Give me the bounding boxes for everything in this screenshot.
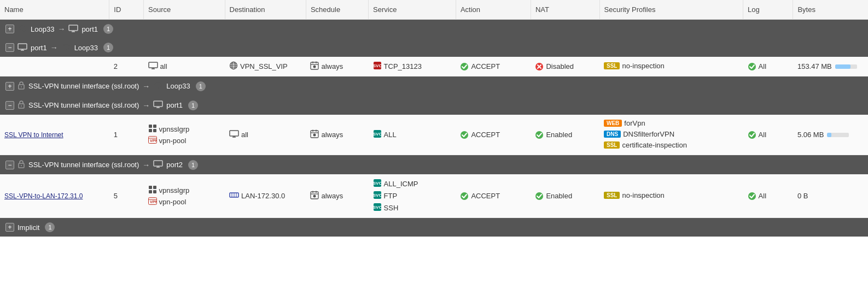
- schedule-cell: always: [306, 115, 368, 155]
- section-header: + SSL-VPN tunnel interface (ssl.root) → …: [0, 76, 868, 96]
- svg-point-29: [21, 105, 22, 107]
- col-header-nat: NAT: [531, 0, 599, 20]
- expand-icon[interactable]: +: [5, 82, 14, 91]
- section-src-label: port1: [31, 44, 47, 52]
- src-interface-icon: [18, 81, 25, 91]
- security-profile-label: forVpn: [624, 119, 645, 127]
- schedule-icon: [310, 61, 319, 72]
- arrow-icon: →: [142, 161, 150, 169]
- nat-status: Enabled: [535, 192, 595, 200]
- policy-name[interactable]: SSL VPN to Internet: [4, 131, 63, 139]
- bytes-value: 5.06 MB: [797, 131, 824, 139]
- col-header-id: ID: [109, 0, 144, 20]
- section-count-badge: 1: [103, 43, 113, 52]
- destination-cell: LAN-172.30.0: [225, 174, 306, 218]
- implicit-expand-icon[interactable]: +: [5, 223, 14, 232]
- source-label: vpn-pool: [159, 137, 187, 145]
- svg-rect-36: [153, 129, 156, 132]
- svg-text:VPN: VPN: [150, 139, 157, 143]
- log-cell: All: [743, 115, 793, 155]
- bytes-cell: 5.06 MB: [797, 131, 864, 139]
- col-header-action: Action: [456, 0, 531, 20]
- nat-cell: Disabled: [531, 57, 599, 76]
- nat-label: Enabled: [546, 192, 572, 200]
- dest-interface-icon: [153, 160, 163, 169]
- expand-icon[interactable]: −: [5, 101, 14, 110]
- schedule-icon: [310, 191, 319, 201]
- bytes-bar-fill: [827, 133, 831, 137]
- service-icon: SVC: [373, 129, 382, 140]
- nat-cell: Enabled: [531, 174, 599, 218]
- section-count-badge: 1: [188, 160, 198, 170]
- svg-rect-34: [153, 125, 156, 128]
- action-cell: ACCEPT: [456, 174, 531, 218]
- table-row: 2 all VPN_SSL_VIP always: [0, 57, 868, 76]
- bytes-cell-outer: 5.06 MB: [793, 115, 868, 155]
- action-cell: ACCEPT: [456, 115, 531, 155]
- implicit-label: Implicit: [18, 223, 39, 232]
- log-cell: All: [743, 174, 793, 218]
- section-header: − port1 → Loop33 1: [0, 38, 868, 57]
- svg-rect-55: [154, 161, 162, 166]
- svg-rect-61: [153, 190, 156, 193]
- dest-icon: [229, 130, 239, 139]
- service-label: ALL_ICMP: [384, 180, 418, 188]
- source-label: all: [160, 62, 167, 70]
- svg-point-18: [313, 66, 316, 68]
- svg-point-73: [313, 195, 316, 198]
- service-item: SVC SSH: [373, 203, 452, 213]
- col-header-log: Log: [743, 0, 793, 20]
- expand-icon[interactable]: +: [5, 25, 14, 33]
- security-profile-tag: SSL: [604, 192, 620, 199]
- id-cell: 1: [109, 115, 144, 155]
- destination-cell: VPN_SSL_VIP: [225, 57, 306, 76]
- table-row: SSL-VPN-to-LAN-172.31.0 5 vpnsslgrp VPN …: [0, 174, 868, 218]
- action-label: ACCEPT: [471, 62, 500, 70]
- security-profile-label: certificate-inspection: [622, 141, 687, 149]
- implicit-count-badge: 1: [45, 222, 55, 232]
- action-label: ACCEPT: [471, 192, 500, 200]
- source-label: vpnsslgrp: [159, 186, 190, 194]
- source-item: VPN vpn-pool: [148, 197, 220, 207]
- security-profile-tag: SSL: [604, 62, 620, 69]
- bytes-cell: 0 B: [797, 192, 864, 200]
- nat-label: Enabled: [546, 131, 572, 139]
- expand-icon[interactable]: −: [5, 43, 14, 52]
- service-item: SVC TCP_13123: [373, 61, 452, 72]
- service-icon: SVC: [373, 191, 382, 201]
- section-header: − SSL-VPN tunnel interface (ssl.root) → …: [0, 96, 868, 115]
- source-icon: VPN: [148, 136, 157, 145]
- svg-rect-35: [149, 129, 152, 132]
- svg-rect-3: [18, 44, 27, 49]
- bytes-value: 153.47 MB: [797, 62, 832, 70]
- security-profile-item: SSL no-inspection: [604, 62, 739, 70]
- svg-text:SVC: SVC: [373, 63, 382, 68]
- col-header-name: Name: [0, 0, 109, 20]
- table-row: SSL VPN to Internet 1 vpnsslgrp VPN vpn-…: [0, 115, 868, 155]
- service-icon: SVC: [373, 179, 382, 189]
- expand-icon[interactable]: −: [5, 161, 14, 169]
- service-icon: SVC: [373, 203, 382, 213]
- section-dest-label: port1: [81, 25, 98, 33]
- source-cell: vpnsslgrp VPN vpn-pool: [144, 174, 225, 218]
- action-label: ACCEPT: [471, 131, 500, 139]
- dest-interface-icon: [61, 43, 71, 52]
- arrow-icon: →: [50, 43, 58, 52]
- svg-text:SVC: SVC: [373, 132, 382, 137]
- name-cell: SSL VPN to Internet: [0, 115, 109, 155]
- col-header-destination: Destination: [225, 0, 306, 20]
- dest-label: VPN_SSL_VIP: [240, 62, 288, 70]
- security-profile-item: SSL no-inspection: [604, 191, 739, 199]
- source-cell: vpnsslgrp VPN vpn-pool: [144, 115, 225, 155]
- policy-name[interactable]: SSL-VPN-to-LAN-172.31.0: [4, 192, 83, 200]
- service-cell: SVC ALL: [369, 115, 456, 155]
- section-src-label: SSL-VPN tunnel interface (ssl.root): [28, 82, 139, 90]
- section-src-label: SSL-VPN tunnel interface (ssl.root): [28, 161, 139, 169]
- section-count-badge: 1: [196, 81, 206, 91]
- schedule-value: always: [321, 62, 343, 70]
- dest-interface-icon: [68, 25, 78, 34]
- svg-rect-40: [230, 131, 238, 136]
- dest-icon: [229, 191, 239, 200]
- source-icon: [148, 62, 158, 71]
- log-value: All: [759, 62, 766, 70]
